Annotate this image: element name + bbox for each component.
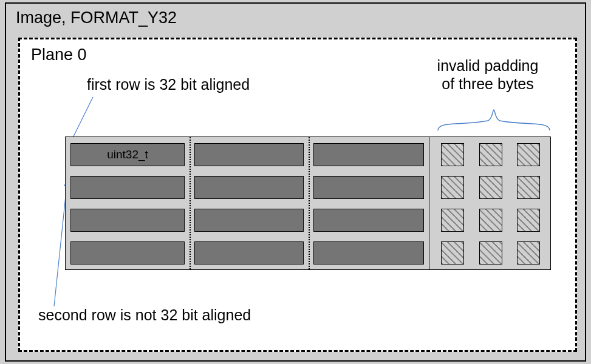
uint32-cell (313, 209, 424, 232)
padding-byte (441, 176, 464, 199)
uint32-cell (194, 209, 304, 232)
padding-byte (479, 241, 502, 265)
padding-byte (517, 176, 540, 199)
uint32-cell (70, 209, 185, 232)
memory-row (66, 237, 550, 269)
memory-row: uint32_t (66, 138, 550, 171)
plane-box: Plane 0 first row is 32 bit aligned inva… (18, 38, 577, 352)
plane-title: Plane 0 (31, 46, 87, 64)
uint32-cell (194, 176, 304, 199)
memory-row (66, 171, 550, 204)
memory-layout: uint32_t (65, 136, 551, 270)
padding-byte (441, 209, 464, 232)
memory-row (66, 204, 550, 237)
padding-byte (517, 209, 540, 232)
padding-brace (433, 103, 555, 133)
annotation-padding: invalid padding of three bytes (421, 56, 555, 93)
uint32-cell: uint32_t (70, 143, 185, 166)
padding-byte (517, 143, 540, 166)
padding-byte (479, 143, 502, 166)
padding-byte (441, 143, 464, 166)
cell-type-label: uint32_t (71, 144, 184, 166)
image-format-box: Image, FORMAT_Y32 Plane 0 first row is 3… (5, 2, 586, 362)
annotation-first-row: first row is 32 bit aligned (87, 76, 250, 93)
uint32-cell (313, 241, 424, 265)
image-title: Image, FORMAT_Y32 (16, 8, 177, 27)
padding-byte (479, 176, 502, 199)
annotation-padding-line1: invalid padding of three bytes (437, 57, 539, 92)
uint32-cell (194, 241, 304, 265)
uint32-cell (313, 176, 424, 199)
uint32-cell (313, 143, 424, 166)
padding-byte (517, 241, 540, 265)
padding-byte (441, 241, 464, 265)
padding-byte (479, 209, 502, 232)
uint32-cell (194, 143, 304, 166)
uint32-cell (70, 241, 185, 265)
uint32-cell (70, 176, 185, 199)
